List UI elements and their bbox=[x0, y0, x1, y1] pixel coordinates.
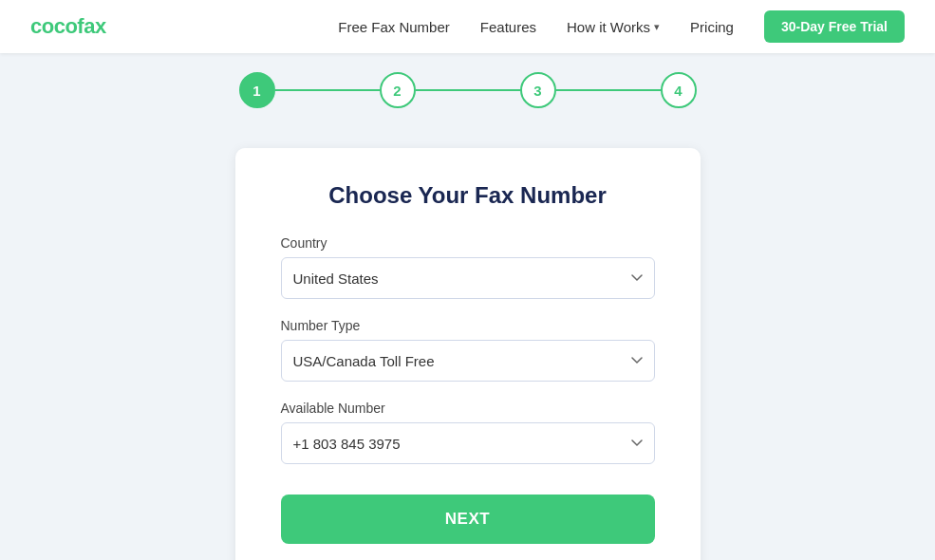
main-content: Choose Your Fax Number Country United St… bbox=[0, 125, 935, 560]
step-line-2-3 bbox=[416, 89, 520, 91]
stepper-bar: 1 2 3 4 bbox=[0, 53, 935, 125]
nav-features[interactable]: Features bbox=[480, 19, 536, 35]
stepper: 1 2 3 4 bbox=[239, 72, 697, 108]
chevron-down-icon: ▾ bbox=[654, 21, 660, 33]
country-select[interactable]: United States Canada United Kingdom Aust… bbox=[281, 257, 655, 299]
brand-logo[interactable]: cocofax bbox=[30, 14, 106, 39]
card-title: Choose Your Fax Number bbox=[281, 182, 655, 209]
available-number-select[interactable]: +1 803 845 3975 +1 803 845 3976 +1 803 8… bbox=[281, 422, 655, 464]
available-number-label: Available Number bbox=[281, 401, 655, 416]
nav-pricing[interactable]: Pricing bbox=[690, 19, 734, 35]
step-line-3-4 bbox=[556, 89, 661, 91]
step-1[interactable]: 1 bbox=[239, 72, 275, 108]
next-button[interactable]: NEXT bbox=[281, 495, 655, 544]
nav-free-fax-number[interactable]: Free Fax Number bbox=[338, 19, 450, 35]
number-type-label: Number Type bbox=[281, 318, 655, 333]
nav-how-it-works[interactable]: How it Works ▾ bbox=[567, 19, 660, 35]
nav-links: Free Fax Number Features How it Works ▾ … bbox=[338, 19, 734, 35]
fax-number-card: Choose Your Fax Number Country United St… bbox=[235, 148, 701, 560]
step-4[interactable]: 4 bbox=[661, 72, 697, 108]
number-type-select[interactable]: USA/Canada Toll Free Local International bbox=[281, 340, 655, 382]
country-label: Country bbox=[281, 235, 655, 251]
step-line-1-2 bbox=[275, 89, 380, 91]
step-2[interactable]: 2 bbox=[380, 72, 416, 108]
country-group: Country United States Canada United King… bbox=[281, 235, 655, 299]
navbar: cocofax Free Fax Number Features How it … bbox=[0, 0, 935, 53]
step-3[interactable]: 3 bbox=[520, 72, 556, 108]
nav-how-it-works-label: How it Works bbox=[567, 19, 650, 35]
available-number-group: Available Number +1 803 845 3975 +1 803 … bbox=[281, 401, 655, 464]
number-type-group: Number Type USA/Canada Toll Free Local I… bbox=[281, 318, 655, 382]
trial-button[interactable]: 30-Day Free Trial bbox=[764, 10, 905, 43]
